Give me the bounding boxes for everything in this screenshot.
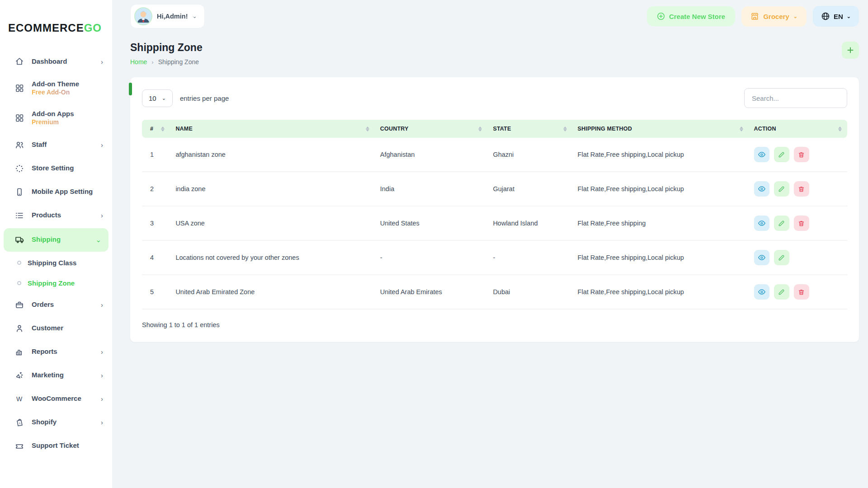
svg-text:W: W <box>16 395 23 403</box>
view-button[interactable] <box>754 181 769 197</box>
truck-icon <box>14 235 24 245</box>
cell-num: 1 <box>142 138 170 172</box>
sidebar-item-addon-theme[interactable]: Add-on Theme Free Add-On <box>0 73 112 103</box>
sort-icon[interactable] <box>559 127 567 131</box>
column-header-state: STATE <box>493 126 511 132</box>
sidebar-item-reports[interactable]: Reports › <box>0 340 112 364</box>
sidebar-item-label: Shopify <box>32 418 94 427</box>
column-header-action: ACTION <box>754 126 776 132</box>
sidebar-item-label: Support Ticket <box>32 441 103 450</box>
app-logo[interactable]: ECOMMERCEGO <box>0 9 112 50</box>
sort-icon[interactable] <box>156 127 165 131</box>
cell-country: India <box>375 172 488 206</box>
sidebar-item-orders[interactable]: Orders › <box>0 293 112 317</box>
create-new-store-label: Create New Store <box>669 13 725 20</box>
create-new-store-button[interactable]: Create New Store <box>647 6 735 26</box>
sort-icon[interactable] <box>735 127 743 131</box>
table-row: 4 Locations not covered by your other zo… <box>142 240 847 275</box>
breadcrumb-current: Shipping Zone <box>158 58 199 66</box>
column-header-num: # <box>150 126 153 132</box>
entries-summary: Showing 1 to 1 of 1 entries <box>142 321 847 328</box>
page-title: Shipping Zone <box>130 42 203 54</box>
chevron-right-icon: › <box>101 301 103 308</box>
pencil-icon <box>778 151 785 159</box>
edit-button[interactable] <box>774 250 789 265</box>
cell-shipping-method: Flat Rate,Free shipping,Local pickup <box>572 138 749 172</box>
store-selector-button[interactable]: Grocery ⌄ <box>741 6 807 27</box>
entries-per-page-label: entries per page <box>180 94 229 102</box>
view-button[interactable] <box>754 284 769 300</box>
edit-button[interactable] <box>774 284 789 300</box>
sidebar-item-addon-apps[interactable]: Add-on Apps Premium <box>0 103 112 133</box>
cell-state: Howland Island <box>487 206 572 240</box>
sidebar-item-woocommerce[interactable]: W WooCommerce › <box>0 387 112 411</box>
cell-name: afghanistan zone <box>170 138 374 172</box>
view-button[interactable] <box>754 216 769 231</box>
sidebar-item-dashboard[interactable]: Dashboard › <box>0 50 112 73</box>
eye-icon <box>758 219 766 227</box>
sidebar-item-customer[interactable]: Customer <box>0 317 112 340</box>
grid-icon <box>14 113 24 123</box>
entries-per-page-select[interactable]: 10 ⌄ <box>142 89 173 107</box>
svg-text:S: S <box>19 421 21 425</box>
sidebar-item-marketing[interactable]: Marketing › <box>0 364 112 387</box>
sidebar-item-store-setting[interactable]: Store Setting <box>0 157 112 180</box>
table-header: # NAME COUNTRY STATE SHIPPING METHOD ACT… <box>142 120 847 138</box>
cell-name: United Arab Emirated Zone <box>170 275 374 309</box>
sidebar-item-label: Shipping <box>32 235 88 244</box>
language-selector-label: EN <box>834 13 843 20</box>
pencil-icon <box>778 254 785 262</box>
breadcrumb-home-link[interactable]: Home <box>130 58 147 66</box>
edit-button[interactable] <box>774 181 789 197</box>
plus-icon <box>847 47 854 54</box>
chevron-right-icon: › <box>101 58 103 65</box>
sidebar-item-label: Shipping Class <box>28 259 76 267</box>
delete-button[interactable] <box>794 284 809 300</box>
edit-button[interactable] <box>774 147 789 162</box>
cell-country: United States <box>375 206 488 240</box>
sidebar-item-label: Reports <box>32 347 94 356</box>
person-icon <box>14 324 24 333</box>
eye-icon <box>758 253 766 262</box>
woocommerce-icon: W <box>14 394 24 404</box>
search-input[interactable] <box>744 88 847 108</box>
sidebar-item-shipping[interactable]: Shipping ⌄ <box>4 228 108 252</box>
breadcrumb-separator-icon: › <box>151 59 153 66</box>
main-content: Shipping Zone Home › Shipping Zone 10 ⌄ … <box>112 33 868 342</box>
sidebar-item-products[interactable]: Products › <box>0 204 112 227</box>
sidebar-item-label: Add-on Apps Premium <box>32 110 103 126</box>
cell-num: 5 <box>142 275 170 309</box>
sidebar-item-label: Orders <box>32 300 94 309</box>
view-button[interactable] <box>754 147 769 162</box>
sidebar-item-shipping-zone[interactable]: Shipping Zone <box>0 273 112 293</box>
ticket-icon <box>14 441 24 451</box>
sidebar-item-support-ticket[interactable]: Support Ticket <box>0 434 112 458</box>
breadcrumb: Home › Shipping Zone <box>130 58 203 66</box>
sidebar-item-label: Store Setting <box>32 164 103 173</box>
edit-button[interactable] <box>774 216 789 231</box>
cell-state: Dubai <box>487 275 572 309</box>
cell-shipping-method: Flat Rate,Free shipping,Local pickup <box>572 275 749 309</box>
cell-country: Afghanistan <box>375 138 488 172</box>
add-shipping-zone-button[interactable] <box>842 42 859 59</box>
sort-icon[interactable] <box>474 127 482 131</box>
circle-plus-icon <box>657 12 665 20</box>
sidebar-item-mobile-app-setting[interactable]: Mobile App Setting <box>0 180 112 204</box>
sidebar-item-staff[interactable]: Staff › <box>0 133 112 157</box>
delete-button[interactable] <box>794 181 809 197</box>
sidebar-item-shipping-class[interactable]: Shipping Class <box>0 253 112 273</box>
table-row: 3 USA zone United States Howland Island … <box>142 206 847 240</box>
sort-icon[interactable] <box>361 127 369 131</box>
user-menu[interactable]: Hi,Admin! ⌄ <box>130 4 205 28</box>
sidebar-item-shopify[interactable]: S Shopify › <box>0 411 112 434</box>
sidebar-item-label: Products <box>32 211 94 220</box>
delete-button[interactable] <box>794 147 809 162</box>
delete-button[interactable] <box>794 216 809 231</box>
cell-num: 2 <box>142 172 170 206</box>
view-button[interactable] <box>754 250 769 265</box>
row-actions <box>754 284 842 300</box>
eye-icon <box>758 150 766 159</box>
language-selector-button[interactable]: EN ⌄ <box>813 6 859 27</box>
sort-icon[interactable] <box>834 127 842 131</box>
bullet-icon <box>17 281 21 285</box>
